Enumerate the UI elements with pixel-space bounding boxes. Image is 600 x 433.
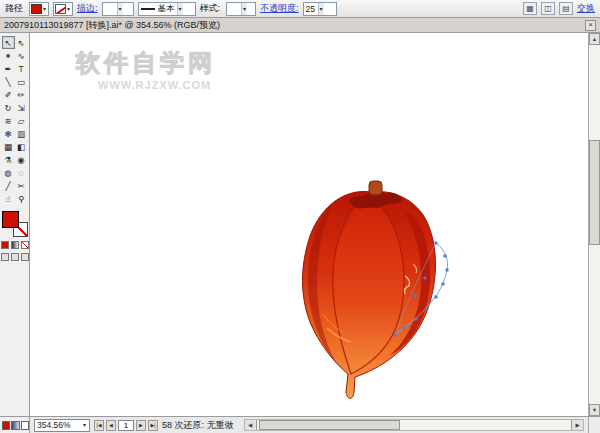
document-tab-title[interactable]: 2007910113019877 [转换].ai* @ 354.56% (RGB… [4, 19, 220, 32]
free-transform-tool[interactable]: ▱ [15, 114, 28, 127]
scale-tool[interactable]: ⇲ [15, 101, 28, 114]
fill-dropdown-icon[interactable]: ▾ [42, 3, 47, 15]
pen-tool[interactable]: ✒ [2, 62, 15, 75]
status-bar: 354.56% ▾ |◀ ◀ ▶ ▶| 58 次还原: 无重做 ◀ ▶ [0, 416, 600, 433]
scissors-tool[interactable]: ✂ [15, 179, 28, 192]
horizontal-scroll-track[interactable] [257, 420, 571, 430]
lantern-artwork[interactable] [293, 180, 453, 408]
lasso-tool[interactable]: ∿ [15, 49, 28, 62]
zoom-level-value: 354.56% [37, 420, 82, 430]
live-paint-bucket-tool[interactable]: ◍ [2, 166, 15, 179]
close-document-icon[interactable]: × [585, 20, 596, 31]
brush-definition-value: 基本 [158, 3, 175, 15]
document-tab-bar: 2007910113019877 [转换].ai* @ 354.56% (RGB… [0, 18, 600, 33]
workspace-columns-icon[interactable]: ◫ [541, 2, 555, 15]
opacity-value: 25 [306, 4, 316, 14]
stroke-color-control[interactable]: ▾ [53, 2, 73, 16]
opacity-link[interactable]: 不透明度: [260, 2, 299, 15]
page-navigation: |◀ ◀ ▶ ▶| [94, 420, 158, 431]
zoom-tool[interactable]: ⚲ [15, 192, 28, 205]
status-content: 354.56% ▾ |◀ ◀ ▶ ▶| 58 次还原: 无重做 ◀ ▶ [30, 417, 588, 433]
color-mode-button[interactable] [1, 241, 9, 249]
horizontal-scrollbar[interactable]: ◀ ▶ [244, 419, 584, 431]
toolbar-footer [0, 417, 30, 433]
next-page-button[interactable]: ▶ [136, 420, 146, 431]
first-page-button[interactable]: |◀ [94, 420, 104, 431]
main-area: ↖ ⇖ ✶ ∿ ✒ T ╲ ▭ ✐ ✏ ↻ ⇲ ≋ ▱ ✻ ▥ ▦ ◧ ⚗ ◉ [0, 33, 600, 416]
scroll-left-icon[interactable]: ◀ [245, 420, 257, 430]
style-dropdown-icon[interactable]: ▾ [241, 3, 247, 15]
color-mode-row [1, 241, 29, 249]
last-page-button[interactable]: ▶| [148, 420, 158, 431]
fullscreen-menu-mode-button[interactable] [11, 253, 19, 261]
live-paint-selection-tool[interactable]: ◌ [15, 166, 28, 179]
fill-color-control[interactable]: ▾ [29, 2, 49, 16]
vertical-scroll-thumb[interactable] [589, 140, 600, 245]
selection-type-label: 路径 [5, 2, 23, 15]
lantern-stem[interactable] [369, 181, 382, 195]
mesh-tool[interactable]: ▦ [2, 140, 15, 153]
screen-mode-row [1, 253, 29, 261]
style-label: 样式: [200, 2, 221, 15]
canvas[interactable]: 软件自学网 WWW.RJZXW.COM [30, 33, 588, 416]
brush-stroke-preview-icon [141, 8, 155, 10]
line-segment-tool[interactable]: ╲ [2, 75, 15, 88]
brush-definition-combo[interactable]: 基本 ▾ [138, 2, 196, 16]
stroke-color-swatch[interactable] [55, 4, 66, 14]
opacity-combo[interactable]: 25 ▾ [303, 2, 337, 16]
hand-tool[interactable]: ☝ [2, 192, 15, 205]
stroke-weight-dropdown-icon[interactable]: ▾ [117, 3, 123, 15]
mini-none-swatch[interactable] [21, 421, 29, 430]
rectangle-tool[interactable]: ▭ [15, 75, 28, 88]
swap-link[interactable]: 交换 [577, 2, 595, 15]
scroll-up-icon[interactable]: ▲ [589, 33, 600, 45]
vertical-scrollbar[interactable]: ▲ ▼ [588, 33, 600, 416]
rotate-tool[interactable]: ↻ [2, 101, 15, 114]
style-combo[interactable]: ▾ [226, 2, 256, 16]
warp-tool[interactable]: ≋ [2, 114, 15, 127]
workspace-grid-icon[interactable]: ▦ [523, 2, 537, 15]
watermark-text: 软件自学网 [76, 47, 216, 79]
zoom-dropdown-icon[interactable]: ▾ [82, 419, 87, 431]
magic-wand-tool[interactable]: ✶ [2, 49, 15, 62]
watermark-url: WWW.RJZXW.COM [98, 79, 211, 91]
opacity-dropdown-icon[interactable]: ▾ [318, 3, 324, 15]
selection-tool[interactable]: ↖ [2, 36, 15, 49]
standard-screen-mode-button[interactable] [1, 253, 9, 261]
tools-panel: ↖ ⇖ ✶ ∿ ✒ T ╲ ▭ ✐ ✏ ↻ ⇲ ≋ ▱ ✻ ▥ ▦ ◧ ⚗ ◉ [0, 33, 30, 416]
stroke-weight-combo[interactable]: ▾ [102, 2, 134, 16]
pencil-tool[interactable]: ✏ [15, 88, 28, 101]
paintbrush-tool[interactable]: ✐ [2, 88, 15, 101]
gradient-mode-button[interactable] [11, 241, 19, 249]
mini-fill-swatch[interactable] [2, 421, 10, 430]
stroke-panel-link[interactable]: 描边: [77, 2, 98, 15]
page-number-input[interactable] [118, 420, 134, 431]
zoom-level-combo[interactable]: 354.56% ▾ [34, 419, 90, 432]
scroll-right-icon[interactable]: ▶ [571, 420, 583, 430]
fill-stroke-controls [2, 211, 28, 237]
fill-color-swatch[interactable] [31, 4, 42, 14]
direct-selection-tool[interactable]: ⇖ [15, 36, 28, 49]
gradient-tool[interactable]: ◧ [15, 140, 28, 153]
eyedropper-tool[interactable]: ⚗ [2, 153, 15, 166]
illustrator-window: 路径 ▾ ▾ 描边: ▾ 基本 ▾ 样式: ▾ 不透明度: 25 ▾ ▦ [0, 0, 600, 433]
type-tool[interactable]: T [15, 62, 28, 75]
scroll-down-icon[interactable]: ▼ [589, 404, 600, 416]
stroke-dropdown-icon[interactable]: ▾ [66, 3, 71, 15]
workspace-rows-icon[interactable]: ▤ [559, 2, 573, 15]
mini-gradient-swatch[interactable] [11, 421, 19, 430]
vertical-scroll-track[interactable] [589, 45, 600, 404]
tools-grid: ↖ ⇖ ✶ ∿ ✒ T ╲ ▭ ✐ ✏ ↻ ⇲ ≋ ▱ ✻ ▥ ▦ ◧ ⚗ ◉ [2, 36, 28, 205]
prev-page-button[interactable]: ◀ [106, 420, 116, 431]
none-mode-button[interactable] [21, 241, 29, 249]
fill-proxy-swatch[interactable] [2, 211, 19, 228]
horizontal-scroll-thumb[interactable] [259, 420, 401, 430]
scrollbar-corner [588, 417, 600, 433]
slice-tool[interactable]: ╱ [2, 179, 15, 192]
blend-tool[interactable]: ◉ [15, 153, 28, 166]
symbol-sprayer-tool[interactable]: ✻ [2, 127, 15, 140]
undo-status-text: 58 次还原: 无重做 [162, 419, 234, 432]
fullscreen-mode-button[interactable] [21, 253, 29, 261]
graph-tool[interactable]: ▥ [15, 127, 28, 140]
brush-dropdown-icon[interactable]: ▾ [177, 3, 183, 15]
